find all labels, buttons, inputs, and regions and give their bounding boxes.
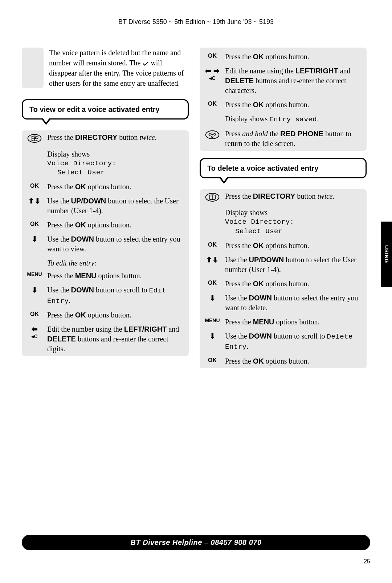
callout-delete: To delete a voice activated entry [200, 158, 367, 178]
step-down: ⬇ Use the DOWN button to scroll to Delet… [200, 329, 367, 354]
steps-delete: Press the DIRECTORY button twice. Displa… [200, 189, 367, 368]
directory-icon [200, 191, 225, 204]
step-leftright-delete: ⬅ ➡◂C Edit the name using the LEFT/RIGHT… [200, 64, 367, 98]
step-updown: ⬆⬇ Use the UP/DOWN button to select the … [22, 194, 189, 218]
subheading-edit: To edit the entry: [22, 256, 189, 269]
step-directory: Press the DIRECTORY button twice. [22, 130, 189, 147]
intro-grey-sidebar [22, 48, 44, 88]
step-down: ⬇ Use the DOWN button to select the entr… [200, 291, 367, 315]
callout-view-edit: To view or edit a voice activated entry [22, 99, 189, 120]
step-ok: OK Press the OK options button. [22, 308, 189, 322]
step-text: Display shows Voice Directory: Select Us… [47, 149, 185, 178]
steps-continue: OK Press the OK options button. ⬅ ➡◂C Ed… [200, 48, 367, 151]
updown-icon: ⬆⬇ [22, 196, 47, 205]
ok-icon: OK [200, 52, 225, 59]
down-icon: ⬇ [200, 293, 225, 302]
left-delete-icon: ⬅◂C [22, 324, 47, 340]
menu-icon: MENU [200, 317, 225, 323]
step-ok: OK Press the OK options button. [200, 239, 367, 253]
directory-icon [22, 133, 47, 145]
step-display: Display shows Voice Directory: Select Us… [200, 206, 367, 238]
down-icon: ⬇ [22, 285, 47, 294]
ok-icon: OK [22, 182, 47, 189]
intro-block: The voice pattern is deleted but the nam… [22, 48, 189, 88]
down-icon: ⬇ [22, 234, 47, 243]
intro-text: The voice pattern is deleted but the nam… [49, 48, 189, 88]
left-column: The voice pattern is deleted but the nam… [22, 48, 189, 376]
ok-icon: OK [22, 220, 47, 227]
content-columns: The voice pattern is deleted but the nam… [22, 48, 370, 376]
step-display: Display shows Entry saved. [200, 112, 367, 127]
step-redphone: Press and hold the RED PHONE button to r… [200, 127, 367, 151]
ok-icon: OK [200, 241, 225, 248]
page-number: 25 [364, 558, 370, 565]
ok-icon: OK [200, 279, 225, 286]
step-down: ⬇ Use the DOWN button to select the entr… [22, 232, 189, 256]
step-ok: OK Press the OK options button. [22, 218, 189, 232]
ok-icon: OK [200, 356, 225, 364]
steps-view-edit: Press the DIRECTORY button twice. Displa… [22, 130, 189, 356]
down-icon: ⬇ [200, 331, 225, 340]
ok-icon: OK [200, 100, 225, 107]
step-display: Display shows Voice Directory: Select Us… [22, 147, 189, 180]
updown-icon: ⬆⬇ [200, 255, 225, 264]
step-ok: OK Press the OK options button. [22, 180, 189, 194]
menu-icon: MENU [22, 271, 47, 277]
step-ok: OK Press the OK options button. [200, 98, 367, 112]
step-updown: ⬆⬇ Use the UP/DOWN button to select the … [200, 253, 367, 277]
step-menu: MENU Press the MENU options button. [200, 315, 367, 329]
check-icon [142, 59, 149, 67]
ok-icon: OK [22, 310, 47, 317]
step-menu: MENU Press the MENU options button. [22, 269, 189, 283]
document-header: BT Diverse 5350 ~ 5th Edition ~ 19th Jun… [22, 18, 370, 26]
step-ok: OK Press the OK options button. [200, 277, 367, 291]
helpline-footer: BT Diverse Helpline – 08457 908 070 [22, 535, 370, 550]
step-text: Press the DIRECTORY button twice. [47, 133, 185, 142]
step-ok: OK Press the OK options button. [200, 354, 367, 368]
step-left-delete: ⬅◂C Edit the number using the LEFT/RIGHT… [22, 322, 189, 356]
step-down: ⬇ Use the DOWN button to scroll to Edit … [22, 283, 189, 308]
svg-point-2 [212, 136, 213, 138]
section-tab: USING [381, 222, 392, 287]
step-directory: Press the DIRECTORY button twice. [200, 189, 367, 206]
leftright-delete-icon: ⬅ ➡◂C [200, 66, 225, 81]
right-column: OK Press the OK options button. ⬅ ➡◂C Ed… [200, 48, 367, 376]
redphone-icon [200, 129, 225, 141]
step-ok: OK Press the OK options button. [200, 50, 367, 64]
